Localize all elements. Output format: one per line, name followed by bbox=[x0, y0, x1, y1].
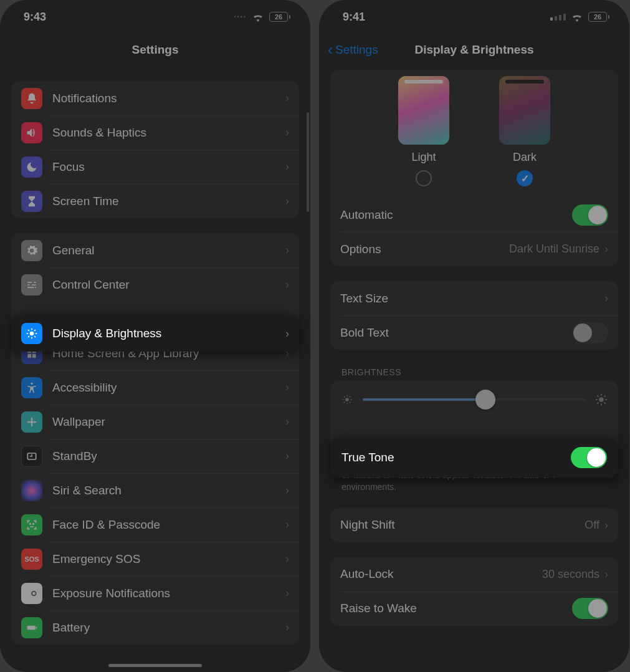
row-options[interactable]: OptionsDark Until Sunrise› bbox=[330, 232, 618, 266]
moon-icon bbox=[21, 156, 42, 178]
row-controlcenter[interactable]: Control Center› bbox=[11, 267, 299, 302]
status-time: 9:41 bbox=[343, 11, 365, 24]
row-accessibility[interactable]: Accessibility› bbox=[11, 370, 299, 405]
settings-group-1: Notifications› Sounds & Haptics› Focus› … bbox=[11, 81, 299, 218]
row-raisetowake[interactable]: Raise to Wake bbox=[330, 592, 618, 626]
svg-line-33 bbox=[604, 403, 606, 404]
svg-rect-8 bbox=[36, 626, 37, 628]
battery-icon bbox=[21, 617, 42, 638]
scroll-indicator bbox=[307, 112, 309, 212]
light-preview bbox=[398, 76, 449, 145]
chevron-right-icon: › bbox=[285, 587, 289, 600]
svg-point-18 bbox=[345, 398, 349, 401]
svg-line-16 bbox=[28, 336, 29, 337]
chevron-right-icon: › bbox=[285, 194, 289, 208]
row-exposure[interactable]: Exposure Notifications› bbox=[11, 576, 299, 610]
accessibility-icon bbox=[21, 377, 42, 398]
row-boldtext[interactable]: Bold Text bbox=[330, 315, 618, 350]
row-automatic[interactable]: Automatic bbox=[330, 198, 618, 232]
automatic-toggle[interactable] bbox=[572, 204, 608, 226]
row-focus[interactable]: Focus› bbox=[11, 150, 299, 184]
chevron-right-icon: › bbox=[285, 244, 289, 257]
chevron-right-icon: › bbox=[285, 126, 289, 139]
settings-group-2: General› Control Center› . Home Screen &… bbox=[11, 233, 299, 645]
chevron-right-icon: › bbox=[285, 484, 289, 497]
nav-bar: ‹Settings Display & Brightness bbox=[319, 34, 629, 66]
cellular-icon bbox=[550, 13, 566, 21]
row-screentime[interactable]: Screen Time› bbox=[11, 184, 299, 218]
chevron-right-icon: › bbox=[285, 621, 289, 634]
brightness-header: Brightness bbox=[341, 367, 618, 377]
dark-preview bbox=[499, 76, 550, 145]
sun-small-icon bbox=[340, 393, 354, 406]
chevron-right-icon: › bbox=[604, 242, 608, 256]
lock-group: Auto-Lock30 seconds› Raise to Wake bbox=[330, 557, 618, 626]
back-button[interactable]: ‹Settings bbox=[328, 42, 378, 57]
text-group: Text Size› Bold Text bbox=[330, 281, 618, 350]
chevron-right-icon: › bbox=[285, 278, 289, 291]
chevron-right-icon: › bbox=[285, 381, 289, 394]
svg-point-6 bbox=[32, 591, 36, 595]
chevron-right-icon: › bbox=[604, 519, 608, 532]
hourglass-icon bbox=[21, 191, 42, 212]
appearance-dark[interactable]: Dark bbox=[499, 76, 550, 186]
row-general[interactable]: General› bbox=[11, 233, 299, 267]
faceid-icon bbox=[21, 514, 42, 535]
row-nightshift[interactable]: Night ShiftOff› bbox=[330, 508, 618, 542]
svg-line-17 bbox=[34, 330, 36, 331]
flower-icon bbox=[21, 411, 42, 433]
page-title: Settings bbox=[132, 43, 179, 57]
nightshift-group: Night ShiftOff› bbox=[330, 508, 618, 542]
chevron-right-icon: › bbox=[285, 160, 289, 173]
cellular-icon: •••• bbox=[234, 14, 247, 20]
boldtext-toggle[interactable] bbox=[572, 322, 608, 343]
nav-bar: Settings bbox=[0, 34, 310, 66]
chevron-right-icon: › bbox=[285, 415, 289, 428]
battery-icon: 26 bbox=[588, 12, 609, 22]
exposure-icon bbox=[21, 583, 42, 604]
svg-point-4 bbox=[33, 523, 34, 524]
row-battery[interactable]: Battery› bbox=[11, 610, 299, 645]
row-sos[interactable]: SOSEmergency SOS› bbox=[11, 542, 299, 576]
status-bar: 9:43 •••• 26 bbox=[0, 0, 310, 34]
row-wallpaper[interactable]: Wallpaper› bbox=[11, 405, 299, 439]
bell-icon bbox=[21, 88, 42, 109]
siri-icon bbox=[21, 480, 42, 501]
home-indicator[interactable] bbox=[108, 664, 202, 667]
truetone-toggle[interactable] bbox=[571, 447, 607, 468]
speaker-icon bbox=[21, 122, 42, 143]
svg-point-5 bbox=[27, 591, 32, 595]
chevron-right-icon: › bbox=[285, 518, 289, 531]
svg-point-27 bbox=[599, 397, 603, 401]
row-faceid[interactable]: Face ID & Passcode› bbox=[11, 507, 299, 542]
radio-dark[interactable] bbox=[517, 170, 533, 186]
row-textsize[interactable]: Text Size› bbox=[330, 281, 618, 315]
radio-light[interactable] bbox=[416, 170, 432, 186]
row-sounds[interactable]: Sounds & Haptics› bbox=[11, 115, 299, 150]
brightness-slider[interactable] bbox=[330, 381, 618, 418]
row-display-brightness[interactable]: Display & Brightness › bbox=[11, 315, 299, 352]
row-notifications[interactable]: Notifications› bbox=[11, 81, 299, 115]
row-siri[interactable]: Siri & Search› bbox=[11, 473, 299, 507]
svg-line-26 bbox=[350, 396, 350, 397]
chevron-right-icon: › bbox=[604, 292, 608, 305]
svg-line-23 bbox=[344, 396, 345, 397]
gear-icon bbox=[21, 240, 42, 261]
clock-icon bbox=[21, 446, 42, 467]
svg-line-35 bbox=[604, 395, 606, 396]
svg-line-14 bbox=[28, 330, 29, 331]
row-autolock[interactable]: Auto-Lock30 seconds› bbox=[330, 557, 618, 592]
wifi-icon bbox=[571, 12, 583, 22]
battery-icon: 26 bbox=[269, 12, 290, 22]
page-title: Display & Brightness bbox=[414, 43, 533, 57]
row-truetone[interactable]: True Tone bbox=[330, 438, 618, 478]
row-standby[interactable]: StandBy› bbox=[11, 439, 299, 473]
chevron-right-icon: › bbox=[285, 327, 289, 340]
chevron-right-icon: › bbox=[604, 568, 608, 581]
appearance-light[interactable]: Light bbox=[398, 76, 449, 186]
sos-icon: SOS bbox=[21, 549, 42, 570]
raisetowake-toggle[interactable] bbox=[572, 598, 608, 619]
status-bar: 9:41 26 bbox=[319, 0, 629, 34]
chevron-right-icon: › bbox=[285, 552, 289, 565]
chevron-right-icon: › bbox=[285, 92, 289, 105]
